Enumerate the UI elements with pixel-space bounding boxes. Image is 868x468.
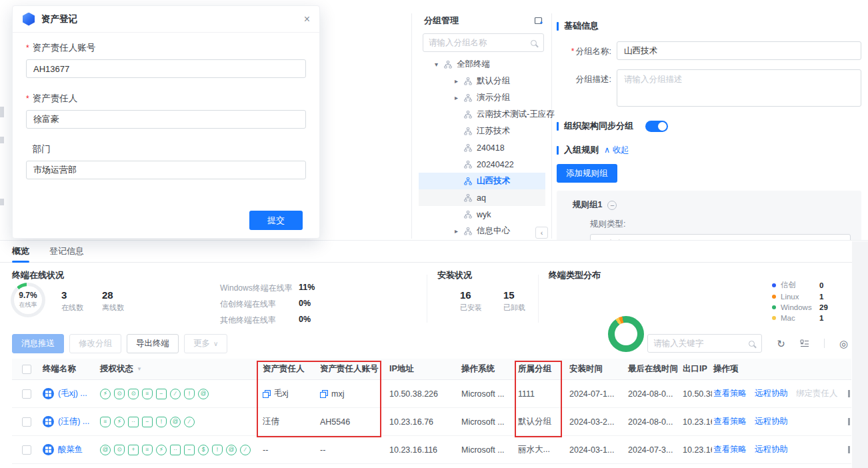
tree-item-信息中心[interactable]: ▸ 信息中心	[419, 223, 545, 239]
collapse-rules-link[interactable]: ∧ 收起	[604, 145, 629, 156]
gear-icon[interactable]: ◎	[839, 339, 848, 349]
column-header-安装时间[interactable]: 安装时间	[568, 363, 627, 375]
row-actions: 查看策略远程协助绑定责任人	[712, 388, 851, 399]
legend-label: 信创	[781, 280, 819, 290]
column-header-操作系统[interactable]: 操作系统	[460, 363, 517, 375]
gauge-label: 在线率	[19, 301, 37, 309]
action-link-远程协助[interactable]: 远程协助	[755, 388, 788, 399]
tree-item-label: 演示分组	[477, 92, 510, 103]
status-icon: ∕	[184, 417, 195, 427]
column-header-IP地址[interactable]: IP地址	[388, 363, 460, 375]
status-icon: ··	[170, 445, 181, 455]
copy-icon[interactable]	[263, 390, 270, 397]
close-icon[interactable]: ×	[304, 14, 310, 25]
field-label: 部门	[33, 143, 51, 155]
column-header-资产责任人[interactable]: 资产责任人	[261, 363, 319, 375]
basic-info-heading: 基础信息	[557, 20, 861, 32]
tree-item-label: 默认分组	[477, 75, 510, 87]
row-checkbox[interactable]	[22, 445, 31, 455]
tree-item-江苏技术[interactable]: 江苏技术	[419, 123, 545, 139]
tab-概览[interactable]: 概览	[12, 241, 29, 263]
chevron-up-icon: ∧	[604, 145, 610, 155]
panel-divider	[551, 13, 552, 239]
field-input[interactable]	[26, 59, 306, 78]
tree-item-默认分组[interactable]: ▸ 默认分组	[419, 73, 545, 89]
stat-label: 离线数	[102, 303, 124, 313]
rule-type-select[interactable]: IP地址 ∨	[590, 234, 851, 240]
tab-登记信息[interactable]: 登记信息	[49, 241, 84, 263]
app-logo-icon	[22, 13, 35, 26]
tree-item-云南技术测试-王应存[interactable]: 云南技术测试-王应存	[419, 106, 545, 123]
action-link-查看策略[interactable]: 查看策略	[713, 388, 747, 399]
last-online-cell: 2024-08-0...	[627, 417, 681, 427]
terminal-name-link[interactable]: 酸菜鱼	[58, 444, 83, 455]
add-group-icon[interactable]	[534, 16, 544, 26]
keyword-search-input[interactable]: 请输入关键字	[647, 334, 762, 353]
field-input[interactable]	[26, 161, 306, 179]
rate-row: 其他终端在线率 0%	[220, 315, 315, 326]
action-link-查看策略[interactable]: 查看策略	[713, 444, 747, 455]
tree-item-label: 全部终端	[457, 59, 490, 70]
rate-row: Windows终端在线率 11%	[220, 283, 315, 294]
group-name-input[interactable]	[617, 41, 861, 60]
remove-rule-group-icon[interactable]: −	[607, 201, 617, 210]
submit-button[interactable]: 提交	[249, 211, 303, 230]
online-stats: 3 在线数 28 离线数	[61, 289, 124, 313]
column-settings-icon[interactable]	[800, 339, 809, 348]
toolbar-button-导出终端[interactable]: 导出终端	[127, 334, 179, 353]
copy-icon[interactable]	[320, 390, 327, 397]
status-icon: ∕	[170, 389, 181, 399]
select-all-checkbox[interactable]	[22, 365, 31, 374]
action-link-查看策略[interactable]: 查看策略	[713, 416, 747, 427]
filter-funnel-icon[interactable]: ▼	[137, 366, 142, 372]
modal-field: *资产责任人账号	[26, 42, 306, 78]
table-body: (毛xj) ... ⚡⊙⊙≡−∕!@ 毛xj mxj 10.50.38.226 …	[0, 380, 868, 464]
table-row: 酸菜鱼 @⊙+≡⚡··−$!@∕ -- -- 10.23.16.116 Micr…	[12, 436, 851, 464]
group-name-label: *分组名称:	[557, 41, 611, 57]
tree-item-label: 云南技术测试-王应存	[477, 109, 555, 120]
status-icon: @	[170, 417, 181, 427]
tree-item-wyk[interactable]: wyk	[419, 206, 545, 223]
tree-item-山西技术[interactable]: 山西技术	[419, 173, 545, 189]
auth-status-icons: ≡⚡··−!@∕	[99, 417, 261, 427]
owner-cell: --	[261, 445, 319, 455]
column-header-授权状态[interactable]: 授权状态▼	[99, 363, 261, 375]
group-search-input[interactable]: 请输入分组名称	[423, 33, 544, 52]
column-header-所属分组[interactable]: 所属分组	[517, 363, 568, 375]
row-checkbox[interactable]	[22, 417, 31, 427]
toolbar-button-消息推送[interactable]: 消息推送	[12, 334, 64, 353]
org-sync-toggle[interactable]	[645, 121, 668, 132]
column-header-最后在线时间[interactable]: 最后在线时间	[627, 363, 681, 375]
column-header-出口IP[interactable]: 出口IP	[681, 363, 712, 375]
table-toolbar: 消息推送修改分组导出终端更多∨ 请输入关键字 ↻ ◎	[0, 333, 868, 353]
row-checkbox[interactable]	[22, 389, 31, 399]
tree-item-240418[interactable]: 240418	[419, 139, 545, 156]
tree-item-全部终端[interactable]: ▾ 全部终端	[419, 56, 545, 73]
column-header-资产责任人账号[interactable]: 资产责任人账号	[319, 363, 388, 375]
field-input[interactable]	[26, 110, 306, 129]
overview-section: 概览登记信息 终端在线状况 9.7% 在线率 3 在线数 28 离线数 Wind…	[0, 240, 868, 468]
group-icon	[464, 77, 472, 85]
tree-item-aq[interactable]: aq	[419, 189, 545, 206]
type-distribution-title: 终端类型分布	[549, 269, 601, 281]
column-header-操作项[interactable]: 操作项	[712, 363, 851, 375]
tree-collapse-handle[interactable]: ‹	[535, 227, 548, 239]
tree-item-label: wyk	[477, 210, 491, 219]
toolbar-button-更多: 更多∨	[184, 334, 227, 353]
column-header-终端名称[interactable]: 终端名称	[41, 363, 99, 375]
tree-item-演示分组[interactable]: ▸ 演示分组	[419, 89, 545, 106]
refresh-icon[interactable]: ↻	[777, 339, 785, 349]
toolbar-buttons: 消息推送修改分组导出终端更多∨	[12, 334, 227, 353]
add-rule-group-button[interactable]: 添加规则组	[557, 164, 617, 183]
stat: 16 已安装	[460, 289, 482, 313]
action-link-远程协助[interactable]: 远程协助	[755, 444, 788, 455]
tree-item-20240422[interactable]: 20240422	[419, 156, 545, 173]
account-cell: AH5546	[319, 417, 388, 427]
action-link-远程协助[interactable]: 远程协助	[755, 416, 788, 427]
group-desc-textarea[interactable]	[617, 69, 861, 107]
group-icon	[464, 127, 472, 135]
group-icon	[464, 211, 472, 219]
terminal-name-link[interactable]: (毛xj) ...	[58, 388, 87, 399]
status-icon: ··	[128, 417, 139, 427]
terminal-name-link[interactable]: (汪倩) ...	[58, 416, 89, 427]
